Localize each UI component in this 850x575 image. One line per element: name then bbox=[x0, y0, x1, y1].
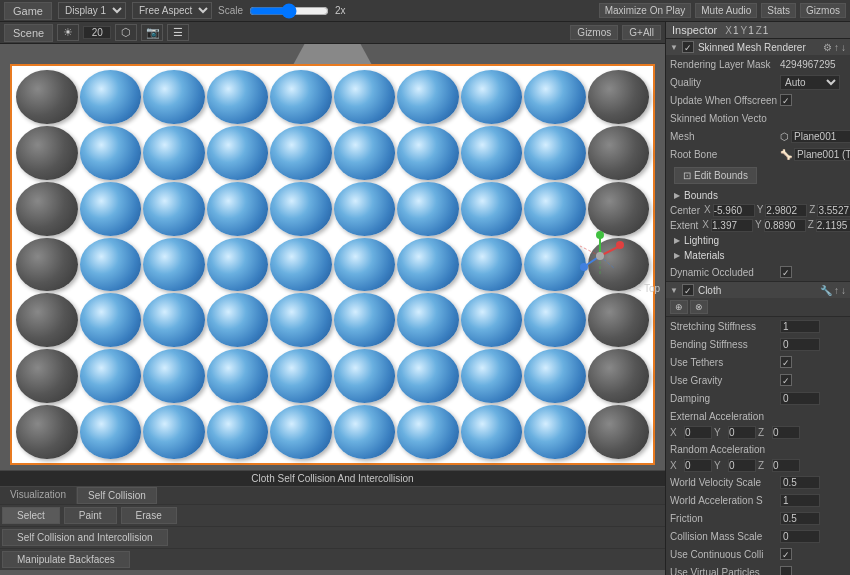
cloth-sphere bbox=[270, 349, 332, 403]
scene-tab[interactable]: Scene bbox=[4, 24, 53, 42]
xyz-coords: X1 Y1 Z1 bbox=[725, 25, 768, 36]
scale-slider[interactable] bbox=[249, 3, 329, 19]
bounds-section[interactable]: ▶ Bounds bbox=[666, 188, 850, 203]
cloth-sphere bbox=[334, 238, 396, 292]
scene-all-btn[interactable]: G+All bbox=[622, 25, 661, 40]
skinned-check[interactable] bbox=[682, 41, 694, 53]
cloth-sphere bbox=[207, 126, 269, 180]
display-select[interactable]: Display 1 bbox=[58, 2, 126, 19]
cloth-sphere bbox=[143, 349, 205, 403]
scene-toolbar: Scene ☀ ⬡ 📷 ☰ Gizmos G+All bbox=[0, 22, 665, 44]
select-btn[interactable]: Select bbox=[2, 507, 60, 524]
manipulate-btn[interactable]: Manipulate Backfaces bbox=[2, 551, 130, 568]
cloth-sphere-corner bbox=[16, 293, 78, 347]
svg-point-7 bbox=[580, 263, 588, 271]
mesh-row: Mesh ⬡ bbox=[666, 127, 850, 145]
damping-input[interactable] bbox=[780, 392, 820, 405]
materials-section[interactable]: ▶ Materials bbox=[666, 248, 850, 263]
quality-label: Quality bbox=[670, 77, 780, 88]
cloth-icon-up[interactable]: ↑ bbox=[834, 285, 839, 296]
rand-accel-label: Random Acceleration bbox=[670, 444, 780, 455]
ext-z-input[interactable] bbox=[772, 426, 800, 439]
extent-y[interactable] bbox=[764, 219, 806, 232]
scene-gizmos-btn[interactable]: Gizmos bbox=[570, 25, 618, 40]
cloth-sphere bbox=[80, 293, 142, 347]
gizmos-btn[interactable]: Gizmos bbox=[800, 3, 846, 18]
root-bone-input[interactable] bbox=[794, 148, 850, 161]
cloth-label: Cloth bbox=[698, 285, 721, 296]
skinned-icon-2[interactable]: ↑ bbox=[834, 42, 839, 53]
skinned-icon-3[interactable]: ↓ bbox=[841, 42, 846, 53]
cloth-sphere bbox=[80, 349, 142, 403]
scene-icon-btn-4[interactable]: ☰ bbox=[167, 24, 189, 41]
world-vel-input[interactable] bbox=[780, 476, 820, 489]
rand-y-input[interactable] bbox=[728, 459, 756, 472]
quality-select[interactable]: Auto bbox=[780, 75, 840, 90]
cloth-check[interactable] bbox=[682, 284, 694, 296]
update-offscreen-check[interactable] bbox=[780, 94, 792, 106]
stretching-input[interactable] bbox=[780, 320, 820, 333]
cloth-sphere bbox=[207, 182, 269, 236]
stretching-label: Stretching Stiffness bbox=[670, 321, 780, 332]
center-y[interactable] bbox=[765, 204, 807, 217]
cloth-sphere bbox=[397, 293, 459, 347]
collision-header: Cloth Self Collision And Intercollision bbox=[0, 470, 665, 486]
root-bone-label: Root Bone bbox=[670, 149, 780, 160]
use-continuous-check[interactable] bbox=[780, 548, 792, 560]
edit-bounds-btn[interactable]: ⊡ Edit Bounds bbox=[674, 167, 757, 184]
ext-x-input[interactable] bbox=[684, 426, 712, 439]
cloth-tool-1[interactable]: ⊕ bbox=[670, 300, 688, 314]
friction-input[interactable] bbox=[780, 512, 820, 525]
extent-z[interactable] bbox=[816, 219, 850, 232]
cloth-sphere bbox=[524, 405, 586, 459]
center-z-lbl: Z bbox=[809, 204, 815, 217]
lighting-section[interactable]: ▶ Lighting bbox=[666, 233, 850, 248]
mesh-input[interactable] bbox=[791, 130, 850, 143]
rand-accel-row: X Y Z bbox=[666, 458, 850, 473]
center-z[interactable] bbox=[817, 204, 850, 217]
stats-btn[interactable]: Stats bbox=[761, 3, 796, 18]
bending-input[interactable] bbox=[780, 338, 820, 351]
cloth-section: ▼ Cloth 🔧 ↑ ↓ ⊕ ⊗ Stretching Stiffness B… bbox=[666, 282, 850, 575]
world-accel-input[interactable] bbox=[780, 494, 820, 507]
maximize-btn[interactable]: Maximize On Play bbox=[599, 3, 692, 18]
skinned-icon-1[interactable]: ⚙ bbox=[823, 42, 832, 53]
cloth-sphere-corner bbox=[16, 405, 78, 459]
extent-x[interactable] bbox=[711, 219, 753, 232]
cloth-tool-2[interactable]: ⊗ bbox=[690, 300, 708, 314]
scene-icon-btn-1[interactable]: ☀ bbox=[57, 24, 79, 41]
scene-icon-btn-3[interactable]: 📷 bbox=[141, 24, 163, 41]
cloth-sphere bbox=[334, 405, 396, 459]
cloth-sphere bbox=[80, 126, 142, 180]
center-x[interactable] bbox=[713, 204, 755, 217]
mute-btn[interactable]: Mute Audio bbox=[695, 3, 757, 18]
use-gravity-check[interactable] bbox=[780, 374, 792, 386]
cloth-sphere-corner bbox=[16, 238, 78, 292]
skinned-mesh-title[interactable]: ▼ Skinned Mesh Renderer ⚙ ↑ ↓ bbox=[666, 39, 850, 55]
use-virtual-check[interactable] bbox=[780, 566, 792, 575]
intercollision-btn[interactable]: Self Collision and Intercollision bbox=[2, 529, 168, 546]
rand-y-lbl: Y bbox=[714, 460, 726, 471]
rand-x-input[interactable] bbox=[684, 459, 712, 472]
cloth-sphere-corner bbox=[16, 349, 78, 403]
use-virtual-label: Use Virtual Particles bbox=[670, 567, 780, 576]
cloth-icon-down[interactable]: ↓ bbox=[841, 285, 846, 296]
cloth-sphere bbox=[207, 405, 269, 459]
use-tethers-check[interactable] bbox=[780, 356, 792, 368]
cloth-title[interactable]: ▼ Cloth 🔧 ↑ ↓ bbox=[666, 282, 850, 298]
game-tab[interactable]: Game bbox=[4, 2, 52, 20]
ext-accel-row: X Y Z bbox=[666, 425, 850, 440]
scene-num-input[interactable] bbox=[83, 26, 111, 39]
ext-accel-label-row: External Acceleration bbox=[666, 407, 850, 425]
rand-z-input[interactable] bbox=[772, 459, 800, 472]
collision-mass-input[interactable] bbox=[780, 530, 820, 543]
paint-btn[interactable]: Paint bbox=[64, 507, 117, 524]
erase-btn[interactable]: Erase bbox=[121, 507, 177, 524]
cloth-icon-wrench[interactable]: 🔧 bbox=[820, 285, 832, 296]
ext-y-input[interactable] bbox=[728, 426, 756, 439]
dynamic-occluded-check[interactable] bbox=[780, 266, 792, 278]
self-collision-tab[interactable]: Self Collision bbox=[77, 487, 157, 504]
skinned-motion-row: Skinned Motion Vecto bbox=[666, 109, 850, 127]
scene-icon-btn-2[interactable]: ⬡ bbox=[115, 24, 137, 41]
aspect-select[interactable]: Free Aspect bbox=[132, 2, 212, 19]
